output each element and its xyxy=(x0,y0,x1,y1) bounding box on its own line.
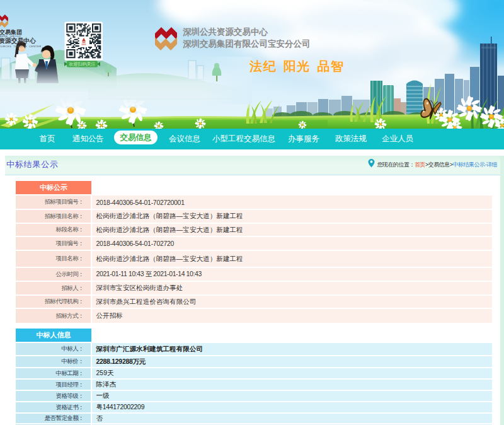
svg-text:欢迎扫码关注: 欢迎扫码关注 xyxy=(69,61,96,66)
